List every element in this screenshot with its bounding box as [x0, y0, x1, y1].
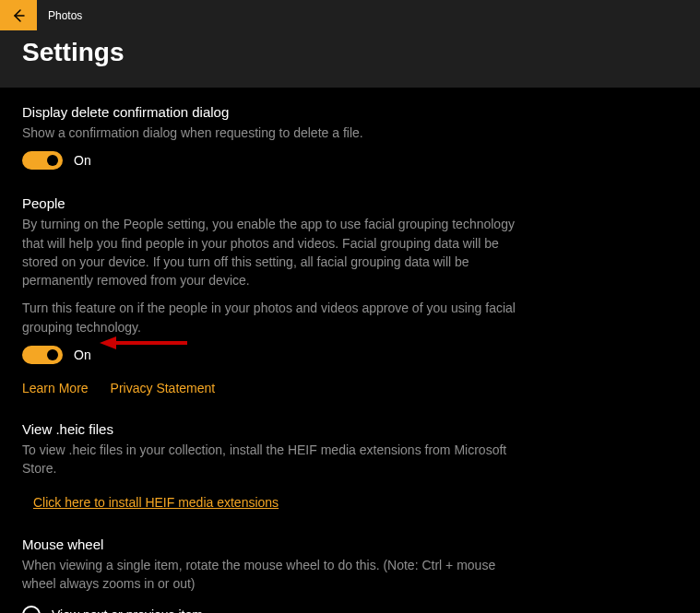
section-title: People — [22, 195, 531, 211]
page-header: Settings — [0, 30, 700, 88]
section-title: View .heic files — [22, 421, 531, 437]
app-title: Photos — [48, 9, 82, 22]
back-arrow-icon — [11, 8, 26, 23]
mouse-wheel-radio-next-prev[interactable] — [22, 606, 41, 613]
toggle-state-label: On — [74, 348, 91, 362]
settings-content: Display delete confirmation dialog Show … — [0, 88, 553, 613]
toggle-state-label: On — [74, 153, 91, 168]
section-mouse-wheel: Mouse wheel When viewing a single item, … — [22, 536, 531, 613]
people-links: Learn More Privacy Statement — [22, 381, 531, 395]
toggle-knob-icon — [47, 349, 58, 360]
section-description: To view .heic files in your collection, … — [22, 441, 531, 478]
section-delete-confirmation: Display delete confirmation dialog Show … — [22, 104, 531, 170]
back-button[interactable] — [0, 0, 37, 30]
section-description: Show a confirmation dialog when requesti… — [22, 124, 531, 142]
toggle-row: On — [22, 151, 531, 170]
heif-install-link[interactable]: Click here to install HEIF media extensi… — [33, 495, 279, 510]
people-toggle[interactable] — [22, 346, 63, 364]
page-title: Settings — [22, 38, 678, 67]
toggle-knob-icon — [47, 155, 58, 166]
privacy-statement-link[interactable]: Privacy Statement — [111, 381, 216, 395]
toggle-row: On — [22, 346, 531, 364]
section-description-extra: Turn this feature on if the people in yo… — [22, 299, 531, 336]
section-heic: View .heic files To view .heic files in … — [22, 421, 531, 511]
learn-more-link[interactable]: Learn More — [22, 381, 89, 395]
section-description: By turning on the People setting, you en… — [22, 215, 531, 289]
section-description: When viewing a single item, rotate the m… — [22, 556, 531, 594]
section-title: Display delete confirmation dialog — [22, 104, 531, 120]
radio-row: View next or previous item — [22, 606, 531, 613]
delete-confirmation-toggle[interactable] — [22, 151, 63, 170]
titlebar: Photos — [0, 0, 700, 30]
section-title: Mouse wheel — [22, 536, 531, 552]
radio-label: View next or previous item — [52, 607, 203, 613]
section-people: People By turning on the People setting,… — [22, 195, 531, 395]
